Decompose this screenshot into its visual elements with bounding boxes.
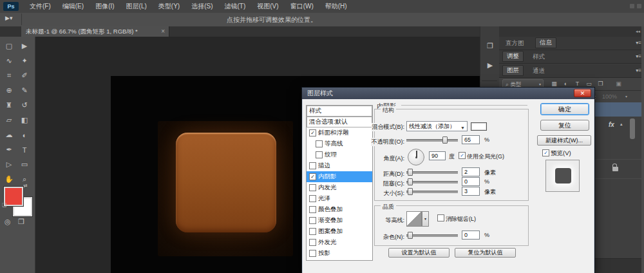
pen-tool-icon[interactable]: ✒ bbox=[1, 142, 17, 157]
menu-type[interactable]: 类型(Y) bbox=[153, 0, 185, 13]
menu-help[interactable]: 帮助(H) bbox=[319, 0, 353, 13]
rounded-rectangle-shape[interactable] bbox=[176, 133, 276, 232]
magic-wand-tool-icon[interactable]: ✦ bbox=[17, 53, 32, 68]
dialog-title-bar[interactable]: 图层样式 bbox=[302, 88, 594, 99]
style-item-blending-options[interactable]: 混合选项:默认 bbox=[307, 117, 372, 127]
noise-input[interactable]: 0 bbox=[462, 231, 480, 240]
opacity-value[interactable]: 100% bbox=[602, 93, 617, 100]
reset-button[interactable]: 复位 bbox=[540, 120, 589, 131]
lasso-tool-icon[interactable]: ∿ bbox=[1, 53, 17, 68]
eraser-tool-icon[interactable]: ▱ bbox=[1, 113, 17, 127]
tab-info[interactable]: 信息 bbox=[535, 37, 556, 48]
distance-slider[interactable] bbox=[406, 169, 458, 176]
choke-slider[interactable] bbox=[406, 178, 458, 185]
size-slider[interactable] bbox=[406, 188, 458, 195]
ok-button[interactable]: 确定 bbox=[540, 103, 589, 115]
menu-view[interactable]: 视图(V) bbox=[251, 0, 284, 13]
tab-histogram[interactable]: 直方图 bbox=[506, 39, 524, 48]
clone-stamp-tool-icon[interactable]: ♜ bbox=[1, 98, 17, 113]
panel-group-header[interactable]: ◂◂ bbox=[499, 26, 644, 37]
contour-thumbnail[interactable] bbox=[406, 211, 422, 227]
hand-tool-icon[interactable]: ✋ bbox=[1, 172, 17, 187]
quick-mask-icon[interactable]: ◎ bbox=[5, 218, 11, 226]
panel-menu-icon[interactable]: ▾≡ bbox=[636, 53, 641, 59]
checkbox[interactable] bbox=[316, 151, 323, 158]
menu-file[interactable]: 文件(F) bbox=[24, 0, 57, 13]
checkbox-checked[interactable] bbox=[309, 173, 316, 180]
style-item-contour[interactable]: 等高线 bbox=[307, 138, 372, 149]
swap-colors-icon[interactable]: ⇄ bbox=[23, 183, 28, 189]
style-item-gradient-overlay[interactable]: 渐变叠加 bbox=[307, 215, 372, 226]
slider-thumb[interactable] bbox=[408, 188, 413, 195]
type-tool-icon[interactable]: T bbox=[17, 142, 32, 157]
smudge-tool-icon[interactable]: ☁ bbox=[1, 127, 17, 142]
set-default-button[interactable]: 设置为默认值 bbox=[388, 248, 450, 258]
reset-default-button[interactable]: 复位为默认值 bbox=[455, 248, 516, 258]
checkbox-checked[interactable] bbox=[309, 129, 316, 136]
tab-close-icon[interactable]: × bbox=[161, 26, 165, 37]
eyedropper-tool-icon[interactable]: ✐ bbox=[17, 68, 32, 83]
choke-input[interactable]: 0 bbox=[462, 177, 480, 186]
tab-adjustments[interactable]: 调整 bbox=[502, 51, 524, 62]
slider-thumb[interactable] bbox=[408, 169, 413, 176]
style-item-texture[interactable]: 纹理 bbox=[307, 149, 372, 160]
path-select-tool-icon[interactable]: ▷ bbox=[1, 157, 17, 172]
layers-scrollbar[interactable] bbox=[630, 118, 635, 139]
shadow-color-swatch[interactable] bbox=[471, 122, 487, 131]
style-item-color-overlay[interactable]: 颜色叠加 bbox=[307, 204, 372, 215]
angle-input[interactable]: 90 bbox=[429, 151, 446, 160]
window-control-icon[interactable] bbox=[630, 4, 634, 8]
style-item-inner-shadow[interactable]: 内阴影 bbox=[307, 171, 372, 182]
style-item-outer-glow[interactable]: 外发光 bbox=[307, 237, 372, 248]
checkbox[interactable] bbox=[309, 184, 316, 191]
tool-preset-icon[interactable]: ▶▾ bbox=[5, 15, 12, 21]
checkbox[interactable] bbox=[309, 217, 316, 224]
checkbox[interactable] bbox=[309, 250, 316, 257]
antialias-checkbox[interactable] bbox=[437, 214, 444, 221]
foreground-color-swatch[interactable] bbox=[4, 187, 23, 206]
fx-collapse-icon[interactable]: ▴ bbox=[620, 122, 623, 127]
style-item-pattern-overlay[interactable]: 图案叠加 bbox=[307, 226, 372, 237]
filter-switch-icon[interactable]: ▣ bbox=[614, 78, 623, 89]
healing-brush-tool-icon[interactable]: ⊕ bbox=[1, 83, 17, 98]
style-item-stroke[interactable]: 描边 bbox=[307, 160, 372, 171]
screen-mode-icon[interactable]: ❐ bbox=[18, 218, 24, 226]
tab-channels[interactable]: 通道 bbox=[533, 67, 545, 75]
global-light-checkbox[interactable] bbox=[459, 152, 466, 159]
opacity-slider[interactable] bbox=[406, 136, 458, 144]
shape-tool-icon[interactable]: ▭ bbox=[17, 157, 32, 172]
checkbox[interactable] bbox=[309, 239, 316, 246]
slider-thumb[interactable] bbox=[442, 136, 448, 144]
blend-mode-dropdown[interactable]: 线性减淡（添加） ▼ bbox=[406, 121, 468, 131]
default-colors-icon[interactable]: ❏ bbox=[2, 202, 6, 208]
checkbox[interactable] bbox=[309, 228, 316, 235]
dodge-tool-icon[interactable]: ◐ bbox=[17, 127, 32, 142]
slider-thumb[interactable] bbox=[408, 178, 413, 185]
checkbox[interactable] bbox=[309, 195, 316, 202]
dialog-close-button[interactable]: ✕ bbox=[574, 89, 591, 97]
collapsed-panel-edge[interactable] bbox=[641, 26, 644, 273]
menu-filter[interactable]: 滤镜(T) bbox=[219, 0, 252, 13]
checkbox[interactable] bbox=[309, 206, 316, 213]
filter-smart-object-icon[interactable]: ❐ bbox=[596, 78, 605, 89]
move-tool-icon[interactable]: ▶ bbox=[17, 39, 32, 53]
style-item-styles[interactable]: 样式 bbox=[307, 106, 372, 117]
chevron-down-icon[interactable]: ▾ bbox=[625, 94, 627, 99]
noise-slider[interactable] bbox=[406, 232, 458, 239]
style-item-bevel-emboss[interactable]: 斜面和浮雕 bbox=[307, 127, 372, 138]
checkbox[interactable] bbox=[316, 140, 323, 147]
checkbox[interactable] bbox=[309, 162, 316, 169]
style-item-drop-shadow[interactable]: 投影 bbox=[307, 248, 372, 259]
menu-window[interactable]: 窗口(W) bbox=[285, 0, 319, 13]
actions-panel-icon[interactable]: ▶ bbox=[484, 59, 496, 71]
contour-picker-button[interactable]: ▾ bbox=[422, 211, 429, 227]
document-tab[interactable]: 未标题-1 @ 66.7% (圆角矩形 1, RGB/8) * × bbox=[21, 26, 169, 37]
menu-image[interactable]: 图像(I) bbox=[90, 0, 120, 13]
history-panel-icon[interactable]: ❐ bbox=[484, 40, 496, 52]
brush-tool-icon[interactable]: ✎ bbox=[17, 83, 32, 98]
slider-thumb[interactable] bbox=[408, 232, 413, 239]
new-style-button[interactable]: 新建样式(W)... bbox=[537, 135, 591, 146]
rect-marquee-tool-icon[interactable]: ▢ bbox=[1, 39, 17, 53]
panel-menu-icon[interactable]: ▾≡ bbox=[636, 68, 641, 73]
crop-tool-icon[interactable]: ⌗ bbox=[1, 68, 17, 83]
